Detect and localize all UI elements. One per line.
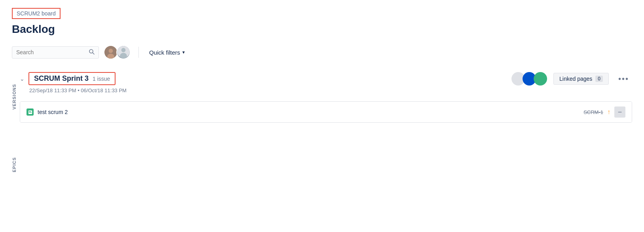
toolbar-divider (138, 47, 139, 58)
issue-type-icon (27, 108, 34, 116)
search-icon (89, 49, 95, 56)
sprint-header: ⌄ SCRUM Sprint 3 1 issue 22/Sep/18 11:33… (20, 72, 632, 93)
status-dot-green (534, 72, 547, 86)
avatar-user1[interactable] (104, 45, 118, 59)
more-options-button[interactable]: ••• (615, 73, 632, 85)
svg-point-6 (121, 48, 126, 52)
sprint-collapse-icon[interactable]: ⌄ (20, 76, 25, 82)
issue-right: SCRM-1 ↑ − (583, 106, 625, 118)
quick-filters-label: Quick filters (149, 49, 180, 56)
search-box[interactable] (12, 46, 99, 59)
quick-filters-button[interactable]: Quick filters ▾ (147, 48, 187, 57)
svg-line-1 (93, 53, 94, 54)
issue-left: test scrum 2 (27, 108, 68, 116)
side-labels: VERSIONS EPICS (12, 72, 17, 172)
issue-priority-icon: ↑ (607, 108, 610, 116)
more-options-icon: ••• (618, 74, 629, 83)
sprint-title: SCRUM Sprint 3 (34, 74, 89, 83)
epics-label: EPICS (12, 157, 17, 172)
sprint-title-box: SCRUM Sprint 3 1 issue (28, 72, 116, 85)
board-link[interactable]: SCRUM2 board (12, 8, 61, 19)
svg-point-7 (120, 53, 127, 59)
dash-icon: − (618, 108, 622, 116)
sprint-end-date: 06/Oct/18 11:33 PM (81, 87, 127, 93)
svg-point-3 (109, 49, 113, 53)
linked-pages-count: 0 (595, 76, 603, 82)
svg-point-4 (107, 54, 114, 59)
issue-table: test scrum 2 SCRM-1 ↑ − (20, 101, 632, 123)
status-dots (511, 72, 547, 86)
main-area: VERSIONS EPICS ⌄ SCRUM Sprint 3 1 issue … (12, 72, 632, 172)
issue-title[interactable]: test scrum 2 (38, 109, 68, 115)
issue-dash-button[interactable]: − (614, 106, 625, 118)
issue-key[interactable]: SCRM-1 (583, 109, 603, 115)
search-input[interactable] (16, 49, 89, 55)
avatar-user2[interactable] (116, 45, 131, 59)
avatar-group (104, 45, 131, 59)
sprint-header-right: Linked pages 0 ••• (511, 72, 632, 86)
board-link-text: SCRUM2 board (17, 10, 56, 17)
linked-pages-label: Linked pages (559, 76, 592, 82)
linked-pages-button[interactable]: Linked pages 0 (553, 73, 609, 85)
content-area: ⌄ SCRUM Sprint 3 1 issue 22/Sep/18 11:33… (20, 72, 632, 172)
table-row: test scrum 2 SCRM-1 ↑ − (20, 102, 632, 122)
page-title: Backlog (12, 23, 632, 36)
sprint-issue-count: 1 issue (93, 76, 110, 82)
versions-label: VERSIONS (12, 84, 17, 110)
sprint-start-date: 22/Sep/18 11:33 PM (29, 87, 76, 93)
quick-filters-chevron-icon: ▾ (182, 49, 185, 55)
toolbar: Quick filters ▾ (12, 45, 632, 59)
sprint-dates: 22/Sep/18 11:33 PM • 06/Oct/18 11:33 PM (29, 87, 127, 93)
sprint-header-left: ⌄ SCRUM Sprint 3 1 issue (20, 72, 127, 85)
